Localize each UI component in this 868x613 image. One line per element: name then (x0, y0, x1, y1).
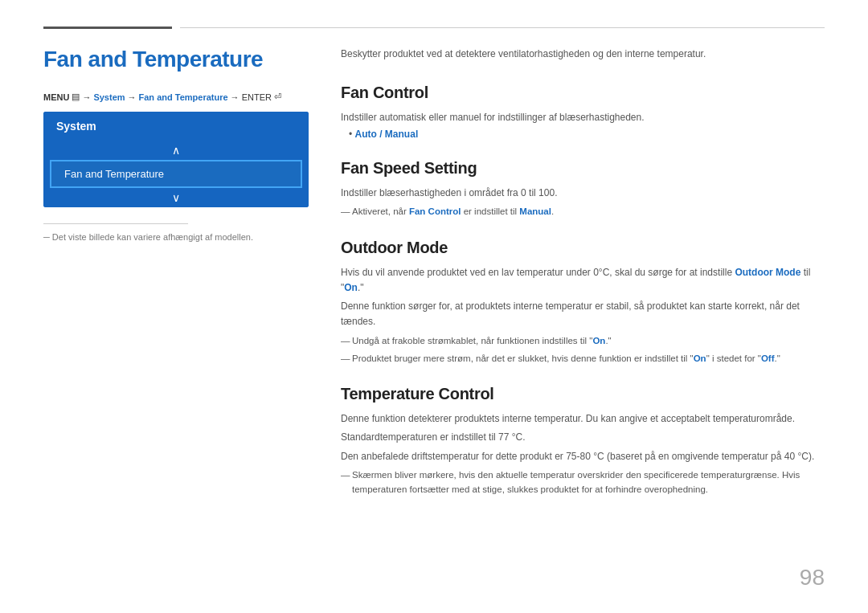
top-line-light (180, 27, 825, 28)
off-ref: Off (761, 353, 775, 363)
content-area: Fan and Temperature MENU ▤ → System → Fa… (0, 47, 868, 613)
manual-ref: Manual (519, 206, 551, 216)
outdoor-note2: Produktet bruger mere strøm, når det er … (341, 351, 825, 366)
outdoor-mode-ref1: Outdoor Mode (735, 267, 800, 278)
on-ref3: On (694, 353, 706, 363)
temp-control-title: Temperature Control (341, 385, 825, 403)
fan-control-section: Fan Control Indstiller automatisk eller … (341, 84, 825, 140)
page-container: Fan and Temperature MENU ▤ → System → Fa… (0, 0, 868, 613)
menu-fan-temp: Fan and Temperature (139, 92, 228, 102)
menu-icon: ▤ (72, 92, 80, 102)
page-title: Fan and Temperature (43, 47, 309, 72)
fan-control-ref: Fan Control (409, 206, 461, 216)
fan-control-title: Fan Control (341, 84, 825, 102)
on-ref1: On (344, 282, 358, 293)
page-number: 98 (800, 565, 825, 591)
image-note: ─ Det viste billede kan variere afhængig… (43, 232, 309, 242)
right-column: Beskytter produktet ved at detektere ven… (341, 47, 825, 613)
outdoor-text1: Hvis du vil anvende produktet ved en lav… (341, 265, 825, 296)
outdoor-mode-title: Outdoor Mode (341, 239, 825, 257)
fan-speed-title: Fan Speed Setting (341, 159, 825, 178)
fan-control-options: Auto / Manual (355, 129, 419, 140)
menu-system: System (93, 92, 125, 102)
outdoor-text2: Denne funktion sørger for, at produktets… (341, 299, 825, 329)
left-divider (43, 223, 188, 224)
temp-text1: Denne funktion detekterer produktets int… (341, 411, 825, 427)
fan-speed-note: Aktiveret, når Fan Control er indstillet… (341, 204, 825, 219)
fan-control-text: Indstiller automatisk eller manuel for i… (341, 110, 825, 125)
menu-arrow-down-icon[interactable]: ∨ (43, 188, 309, 207)
temp-control-section: Temperature Control Denne funktion detek… (341, 385, 825, 497)
temp-note: Skærmen bliver mørkere, hvis den aktuell… (341, 468, 825, 497)
on-ref2: On (592, 336, 605, 345)
outdoor-mode-section: Outdoor Mode Hvis du vil anvende produkt… (341, 239, 825, 366)
temp-text3: Den anbefalede driftstemperatur for dett… (341, 449, 825, 464)
temp-text2: Standardtemperaturen er indstillet til 7… (341, 430, 825, 445)
fan-speed-section: Fan Speed Setting Indstiller blæserhasti… (341, 159, 825, 219)
menu-selected-item[interactable]: Fan and Temperature (50, 160, 302, 188)
top-decoration (0, 16, 868, 39)
system-menu-box: System ∧ Fan and Temperature ∨ (43, 112, 309, 207)
fan-control-bullet: Auto / Manual (349, 129, 825, 140)
fan-speed-text: Indstiller blæserhastigheden i området f… (341, 186, 825, 201)
menu-path: MENU ▤ → System → Fan and Temperature → … (43, 92, 309, 102)
system-menu-title: System (43, 112, 309, 141)
outdoor-note1: Undgå at frakoble strømkablet, når funkt… (341, 333, 825, 348)
top-line-dark (43, 27, 172, 29)
menu-word: MENU (43, 92, 69, 102)
left-column: Fan and Temperature MENU ▤ → System → Fa… (43, 47, 309, 613)
menu-arrow-up-icon[interactable]: ∧ (43, 141, 309, 160)
intro-text: Beskytter produktet ved at detektere ven… (341, 47, 825, 61)
